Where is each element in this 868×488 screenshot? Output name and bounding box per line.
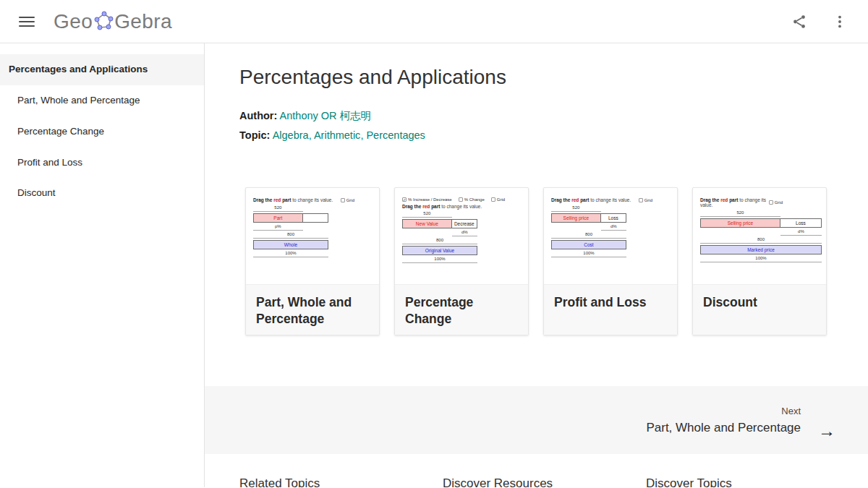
- card-discount[interactable]: Drag the red part to change its value. G…: [692, 187, 827, 335]
- card-thumbnail: Drag the red part to change its value. G…: [693, 188, 826, 284]
- thumb-instruction: Drag the red part to change its value.: [253, 197, 333, 202]
- topic-link-algebra[interactable]: Algebra: [273, 129, 309, 141]
- thumb-measure: d%: [452, 230, 477, 236]
- grid-checkbox: Grid: [769, 197, 783, 207]
- sidebar-item-part-whole-and-percentage[interactable]: Part, Whole and Percentage: [0, 85, 204, 116]
- resource-cards-row: Drag the red part to change its value. G…: [205, 187, 868, 335]
- thumb-measure: d%: [601, 224, 626, 231]
- topic-separator: ,: [309, 129, 314, 141]
- hamburger-menu-icon[interactable]: [19, 15, 35, 28]
- thumb-checkbox-row: ✓% Increase / Decrease % Change Grid: [402, 197, 522, 202]
- logo-text-gebra: Gebra: [114, 10, 172, 33]
- arrow-right-icon[interactable]: →: [818, 422, 835, 440]
- topic-label: Topic:: [239, 129, 270, 141]
- thumb-bar-loss: Loss: [780, 218, 822, 228]
- discover-resources-heading: Discover Resources: [443, 476, 646, 487]
- more-options-kebab-icon[interactable]: [830, 12, 849, 31]
- related-topics-heading: Related Topics: [239, 476, 443, 487]
- card-title: Percentage Change: [395, 284, 528, 335]
- card-profit-and-loss[interactable]: Drag the red part to change its value. G…: [543, 187, 678, 335]
- discover-topics-heading: Discover Topics: [646, 476, 849, 487]
- grid-checkbox: Grid: [341, 197, 354, 202]
- thumb-bar-selling-price: Selling price: [551, 213, 601, 223]
- sidebar-item-percentage-change[interactable]: Percentage Change: [0, 116, 204, 147]
- card-thumbnail: ✓% Increase / Decrease % Change Grid Dra…: [395, 188, 528, 284]
- thumb-measure: 100%: [551, 251, 626, 257]
- card-title: Discount: [693, 284, 826, 335]
- share-icon[interactable]: [790, 12, 809, 31]
- thumb-applet: 520 Selling price Loss d% 800 Cost 100%: [551, 205, 626, 257]
- thumb-measure: 800: [402, 238, 477, 244]
- card-title: Part, Whole and Percentage: [246, 284, 379, 335]
- next-label: Next: [646, 406, 801, 416]
- thumb-measure: 800: [253, 232, 328, 239]
- thumb-applet: 520 Selling price Loss d% 800 Marked pri…: [700, 210, 822, 262]
- thumb-instruction: Drag the red part to change its value.: [700, 197, 769, 207]
- thumb-instruction: Drag the red part to change its value.: [551, 197, 631, 202]
- author-row: Author: Anthony OR 柯志明: [239, 106, 833, 126]
- thumb-applet: 520 New Value Decrease d% 800 Original V…: [402, 211, 477, 263]
- next-navigation[interactable]: Next Part, Whole and Percentage →: [205, 386, 868, 454]
- thumb-measure: 800: [551, 232, 626, 239]
- sidebar-item-profit-and-loss[interactable]: Profit and Loss: [0, 147, 204, 179]
- grid-checkbox: Grid: [639, 197, 652, 202]
- topic-link-percentages[interactable]: Percentages: [366, 129, 425, 141]
- thumb-measure: 800: [700, 237, 822, 244]
- thumb-bar-part: Part: [253, 213, 303, 223]
- page-title: Percentages and Applications: [239, 66, 833, 89]
- next-title: Part, Whole and Percentage: [646, 421, 801, 435]
- book-chapter-sidebar: Percentages and Applications Part, Whole…: [0, 43, 205, 487]
- card-title: Profit and Loss: [544, 284, 677, 335]
- thumb-measure: 520: [551, 205, 601, 212]
- footer-sections: Related Topics Discover Resources Discov…: [205, 476, 868, 487]
- thumb-bar-original-value: Original Value: [402, 246, 477, 255]
- sidebar-item-percentages-and-applications[interactable]: Percentages and Applications: [0, 54, 204, 85]
- thumb-measure: 100%: [700, 256, 822, 262]
- thumb-bar-rest: [303, 213, 328, 223]
- thumb-bar-new-value: New Value: [402, 219, 452, 228]
- thumb-measure: 520: [700, 210, 780, 217]
- thumb-measure: 520: [402, 211, 452, 218]
- thumb-bar-marked-price: Marked price: [700, 245, 822, 254]
- thumb-measure: p%: [253, 224, 303, 231]
- card-percentage-change[interactable]: ✓% Increase / Decrease % Change Grid Dra…: [394, 187, 529, 335]
- topic-row: Topic: Algebra, Arithmetic, Percentages: [239, 126, 833, 145]
- thumb-decrease-button: Decrease: [452, 219, 477, 228]
- thumb-bar-cost: Cost: [551, 240, 626, 249]
- card-thumbnail: Drag the red part to change its value. G…: [544, 188, 677, 284]
- thumb-applet: 520 Part p% 800 Whole 100%: [253, 205, 328, 257]
- thumb-instruction: Drag the red part to change its value.: [402, 204, 482, 209]
- sidebar-item-discount[interactable]: Discount: [0, 178, 204, 209]
- thumb-bar-selling-price: Selling price: [700, 218, 780, 228]
- topic-link-arithmetic[interactable]: Arithmetic: [314, 129, 360, 141]
- thumb-measure: 520: [253, 205, 303, 212]
- thumb-bar-whole: Whole: [253, 240, 328, 249]
- main-content: Percentages and Applications Author: Ant…: [205, 43, 868, 487]
- card-part-whole-and-percentage[interactable]: Drag the red part to change its value. G…: [245, 187, 380, 335]
- geogebra-logo[interactable]: Geo Gebra: [54, 10, 172, 33]
- author-link[interactable]: Anthony OR 柯志明: [280, 110, 372, 121]
- author-label: Author:: [239, 110, 277, 121]
- geogebra-pentagon-icon: [94, 11, 114, 31]
- thumb-measure: 100%: [253, 251, 328, 257]
- logo-text-geo: Geo: [54, 10, 93, 33]
- app-header: Geo Gebra: [0, 0, 868, 43]
- card-thumbnail: Drag the red part to change its value. G…: [246, 188, 379, 284]
- thumb-measure: 100%: [402, 257, 477, 263]
- thumb-measure: d%: [780, 229, 822, 236]
- thumb-bar-loss: Loss: [601, 213, 626, 223]
